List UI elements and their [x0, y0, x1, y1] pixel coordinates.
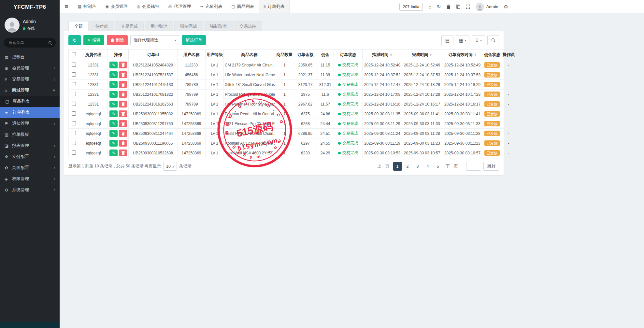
topnav-item-dashboard[interactable]: ▦控制台	[73, 0, 101, 13]
sidebar-item-auth-manage[interactable]: ◈权限管理‹	[0, 173, 60, 184]
table-search-button[interactable]	[487, 35, 499, 45]
tab-force-complete[interactable]: 强制完成	[174, 21, 203, 31]
row-checkbox[interactable]	[72, 131, 76, 135]
jump-page-input[interactable]	[466, 162, 481, 171]
topnav-item-order-list[interactable]: ≡订单列表	[259, 0, 290, 13]
row-edit-button[interactable]: ✎	[109, 81, 118, 88]
sidebar-item-product-list[interactable]: ▢商品列表	[0, 96, 60, 107]
pagination-page-5[interactable]: 5	[434, 162, 442, 171]
copy-icon[interactable]	[456, 5, 460, 9]
sort-icon[interactable]: ▲▼	[474, 53, 477, 56]
tab-all[interactable]: 全部	[68, 21, 89, 31]
column-header-order-status[interactable]: 订单状态	[334, 50, 363, 60]
sidebar-item-mall-manage[interactable]: ⌂商城管理▾	[0, 85, 60, 96]
row-edit-button[interactable]: ✎	[109, 120, 118, 127]
row-edit-button[interactable]: ✎	[109, 140, 118, 147]
tab-force-cancel[interactable]: 强制取消	[204, 21, 233, 31]
pagination-page-4[interactable]: 4	[423, 162, 432, 171]
topnav-item-agent-manage[interactable]: ⁂代理管理	[164, 0, 195, 13]
tab-user-cancel[interactable]: 用户取消	[145, 21, 173, 31]
refresh-button[interactable]: ↻	[68, 35, 81, 45]
row-checkbox[interactable]	[72, 150, 76, 155]
sidebar-item-member-manage[interactable]: ◉会员管理‹	[0, 63, 60, 74]
fullscreen-icon[interactable]	[466, 5, 470, 9]
row-delete-button[interactable]	[119, 91, 127, 98]
row-checkbox[interactable]	[72, 121, 76, 125]
admin-menu[interactable]: Admin	[476, 3, 498, 11]
row-delete-button[interactable]	[119, 140, 127, 147]
row-delete-button[interactable]	[119, 81, 127, 88]
edit-button[interactable]: ✎编辑	[83, 35, 104, 45]
sidebar-item-system-manage[interactable]: ⚙系统管理‹	[0, 184, 60, 195]
row-delete-button[interactable]	[119, 120, 127, 127]
row-delete-button[interactable]	[119, 101, 127, 107]
agent-filter-select[interactable]: 选择代理筛选 ▾	[130, 35, 179, 45]
column-header-user-level[interactable]: 用户等级	[206, 50, 224, 60]
column-header-username[interactable]: 用户名称	[178, 50, 206, 60]
select-all-checkbox[interactable]	[72, 52, 76, 56]
page-size-select[interactable]: 10▴	[163, 162, 177, 171]
topnav-item-recharge-list[interactable]: ⇥充值列表	[195, 0, 227, 13]
row-checkbox[interactable]	[72, 63, 76, 67]
row-checkbox[interactable]	[72, 82, 76, 86]
export-button[interactable]: ↧▾	[472, 35, 485, 45]
delete-button[interactable]: 删除	[107, 35, 128, 45]
sort-icon[interactable]: ▲▼	[390, 53, 393, 56]
row-edit-button[interactable]: ✎	[109, 71, 118, 78]
row-checkbox[interactable]	[72, 92, 76, 96]
tab-completed[interactable]: 交易完成	[115, 21, 144, 31]
trash-icon[interactable]	[447, 5, 451, 9]
row-delete-button[interactable]	[119, 130, 127, 137]
unfreeze-button[interactable]: 解冻订单	[182, 35, 206, 45]
row-delete-button[interactable]	[119, 71, 127, 78]
sidebar-item-report-manage[interactable]: ◪报表管理‹	[0, 140, 60, 151]
topnav-item-member-manage[interactable]: ◉会员管理	[101, 0, 132, 13]
region-button[interactable]: 207-India	[399, 3, 423, 11]
jump-button[interactable]: 跳转	[483, 162, 499, 171]
sidebar-item-notice-manage[interactable]: ⚑通知管理‹	[0, 118, 60, 129]
row-edit-button[interactable]: ✎	[109, 91, 118, 98]
row-edit-button[interactable]: ✎	[109, 150, 118, 156]
row-edit-button[interactable]: ✎	[109, 110, 118, 117]
view-toggle-button[interactable]: ▤	[441, 35, 453, 45]
row-delete-button[interactable]	[119, 110, 127, 117]
pagination-prev[interactable]: 上一页	[375, 162, 392, 171]
column-header-commission[interactable]: 佣金	[317, 50, 334, 60]
sidebar-item-order-list[interactable]: ≡订单列表	[0, 107, 60, 118]
pagination-page-3[interactable]: 3	[413, 162, 422, 171]
row-delete-button[interactable]	[119, 150, 127, 156]
gear-icon[interactable]: ⚙	[504, 4, 508, 10]
sidebar-item-payment-config[interactable]: ❖支付配置‹	[0, 151, 60, 162]
column-header-order-amount[interactable]: 订单金额	[294, 50, 317, 60]
sidebar-item-grab-template[interactable]: ▥抢单模板	[0, 129, 60, 140]
row-checkbox[interactable]	[72, 141, 76, 145]
sort-icon[interactable]: ▲▼	[430, 53, 432, 56]
refresh-icon[interactable]: ↻	[437, 4, 441, 10]
sidebar-item-dashboard[interactable]: ▦控制台	[0, 51, 60, 63]
row-checkbox[interactable]	[72, 102, 76, 106]
column-header-assign-time[interactable]: 指派时间▲▼	[363, 50, 402, 60]
row-delete-button[interactable]	[119, 62, 127, 68]
row-edit-button[interactable]: ✎	[109, 130, 118, 137]
pagination-next[interactable]: 下一页	[444, 162, 461, 171]
row-checkbox[interactable]	[72, 111, 76, 116]
pagination-page-1[interactable]: 1	[393, 162, 402, 171]
column-header-finish-time[interactable]: 完成时间▲▼	[402, 50, 442, 60]
column-header-quantity[interactable]: 商品数量	[275, 50, 294, 60]
tab-pending-pay[interactable]: 待付款	[90, 21, 114, 31]
home-icon[interactable]: ⌂	[428, 4, 431, 9]
sidebar-item-page-config[interactable]: ✿页面配置‹	[0, 162, 60, 173]
columns-button[interactable]: ▦▾	[456, 35, 469, 45]
topnav-item-member-wallet[interactable]: ◎会员钱包	[132, 0, 164, 13]
avatar[interactable]	[5, 18, 20, 33]
row-checkbox[interactable]	[72, 72, 76, 77]
column-header-agent[interactable]: 所属代理	[79, 50, 108, 60]
row-edit-button[interactable]: ✎	[109, 101, 118, 107]
tab-frozen[interactable]: 交易冻结	[234, 21, 262, 31]
sidebar-item-trade-manage[interactable]: ¥交易管理‹	[0, 74, 60, 85]
column-header-valid-time[interactable]: 订单有效时间▲▼	[442, 50, 483, 60]
topnav-item-product-list[interactable]: ▢商品列表	[227, 0, 258, 13]
column-header-order-id[interactable]: 订单id	[129, 50, 178, 60]
column-header-operator[interactable]: 操作员	[501, 50, 516, 60]
hamburger-icon[interactable]: ≡	[60, 0, 73, 13]
